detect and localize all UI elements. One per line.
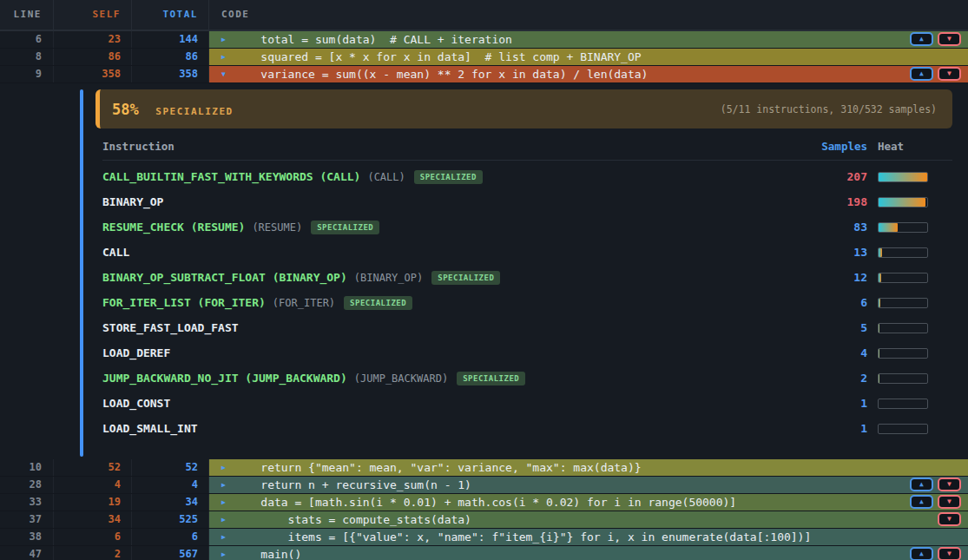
code-cell[interactable]: ▶ total = sum(data) # CALL + iteration ▲…	[209, 31, 968, 48]
instruction-base-opcode: (FOR_ITER)	[273, 297, 335, 309]
expand-arrow-icon[interactable]: ▶	[217, 494, 230, 511]
heat-bar-fill	[879, 299, 880, 307]
code-cell[interactable]: ▶ return {"mean": mean, "var": variance,…	[209, 459, 968, 476]
row-buttons: ▲ ▼	[910, 32, 961, 46]
expand-arrow-icon[interactable]: ▶	[217, 477, 230, 493]
down-arrow-icon: ▼	[947, 481, 952, 488]
instruction-name: JUMP_BACKWARD_NO_JIT (JUMP_BACKWARD)	[102, 372, 347, 385]
move-up-button[interactable]: ▲	[910, 495, 933, 509]
specialized-badge: SPECIALIZED	[457, 372, 525, 385]
self-samples: 2	[54, 546, 132, 560]
code-line: total = sum(data) # CALL + iteration	[234, 31, 512, 48]
instruction-name: LOAD_SMALL_INT	[102, 422, 198, 435]
code-row-6: 6 23 144 ▶ total = sum(data) # CALL + it…	[0, 31, 968, 49]
move-up-button[interactable]: ▲	[910, 67, 933, 81]
expand-arrow-icon[interactable]: ▶	[217, 511, 230, 528]
code-line: data = [math.sin(i * 0.01) + math.cos(i …	[234, 494, 736, 511]
self-samples: 358	[54, 66, 132, 82]
heat-bar	[878, 172, 928, 182]
instruction-samples: 13	[817, 246, 878, 259]
code-cell[interactable]: ▶ data = [math.sin(i * 0.01) + math.cos(…	[209, 494, 968, 511]
specialization-banner: 58% SPECIALIZED (5/11 instructions, 310/…	[95, 89, 952, 128]
column-header-heat: Heat	[878, 140, 952, 153]
instruction-row: BINARY_OP_SUBTRACT_FLOAT (BINARY_OP) (BI…	[102, 265, 952, 290]
column-header-instruction: Instruction	[102, 140, 817, 153]
instruction-samples: 4	[817, 346, 878, 359]
self-samples: 6	[54, 529, 132, 545]
move-down-button[interactable]: ▼	[938, 478, 961, 491]
instruction-row: LOAD_SMALL_INT 1	[102, 416, 952, 441]
expand-arrow-icon[interactable]: ▶	[217, 546, 230, 560]
expand-arrow-icon[interactable]: ▶	[217, 529, 230, 545]
down-arrow-icon: ▼	[947, 36, 952, 43]
heat-bar	[878, 348, 928, 359]
instruction-name: CALL	[102, 246, 129, 259]
total-samples: 4	[132, 477, 209, 493]
heat-bar-fill	[879, 223, 898, 232]
instruction-name: STORE_FAST_LOAD_FAST	[102, 321, 239, 334]
banner-left: 58% SPECIALIZED	[112, 101, 234, 118]
column-header-samples: Samples	[817, 140, 878, 153]
code-row-10: 10 52 52 ▶ return {"mean": mean, "var": …	[0, 459, 968, 477]
self-samples: 52	[54, 459, 132, 476]
code-cell[interactable]: ▶ items = [{"value": x, "name": f"item_{…	[209, 529, 968, 545]
move-down-button[interactable]: ▼	[938, 32, 961, 46]
specialized-percent: 58%	[112, 101, 139, 118]
instruction-name: LOAD_CONST	[102, 397, 170, 410]
instruction-samples: 12	[817, 271, 878, 284]
total-samples: 52	[132, 459, 209, 476]
total-samples: 525	[132, 511, 209, 528]
total-samples: 6	[132, 529, 209, 545]
instruction-samples: 2	[817, 372, 878, 385]
expand-arrow-icon[interactable]: ▶	[217, 459, 230, 476]
move-up-button[interactable]: ▲	[910, 32, 933, 46]
code-cell[interactable]: ▼ variance = sum((x - mean) ** 2 for x i…	[209, 66, 968, 82]
heat-bar	[878, 247, 928, 258]
instruction-row: RESUME_CHECK (RESUME) (RESUME) SPECIALIZ…	[102, 214, 952, 240]
line-number: 38	[0, 529, 54, 545]
line-number: 33	[0, 494, 54, 511]
heat-bar	[878, 298, 928, 308]
total-samples: 86	[132, 49, 209, 65]
heat-bar	[878, 197, 928, 208]
instruction-samples: 207	[817, 170, 878, 183]
line-number: 47	[0, 546, 54, 560]
instruction-table-header: Instruction Samples Heat	[102, 128, 952, 161]
instruction-name: CALL_BUILTIN_FAST_WITH_KEYWORDS (CALL)	[102, 170, 360, 183]
specialized-badge: SPECIALIZED	[431, 271, 500, 285]
collapse-arrow-icon[interactable]: ▼	[217, 66, 230, 82]
bottom-rows: 10 52 52 ▶ return {"mean": mean, "var": …	[0, 459, 968, 560]
move-up-button[interactable]: ▲	[910, 478, 933, 491]
code-row-8: 8 86 86 ▶ squared = [x * x for x in data…	[0, 49, 968, 66]
code-row-47: 47 2 567 ▶ main() ▲ ▼	[0, 546, 968, 560]
code-line: stats = compute_stats(data)	[234, 511, 471, 528]
heat-bar-fill	[879, 173, 927, 181]
expand-arrow-icon[interactable]: ▶	[217, 49, 230, 65]
code-cell[interactable]: ▶ squared = [x * x for x in data] # list…	[209, 49, 968, 65]
self-samples: 4	[54, 477, 132, 493]
instruction-name: RESUME_CHECK (RESUME)	[102, 221, 245, 234]
up-arrow-icon: ▲	[919, 36, 924, 43]
instruction-row: LOAD_DEREF 4	[102, 340, 952, 366]
code-cell[interactable]: ▶ main() ▲ ▼	[209, 546, 968, 560]
code-cell[interactable]: ▶ return n + recursive_sum(n - 1) ▲ ▼	[209, 477, 968, 493]
move-up-button[interactable]: ▲	[910, 547, 933, 560]
code-row-33: 33 19 34 ▶ data = [math.sin(i * 0.01) + …	[0, 494, 968, 511]
move-down-button[interactable]: ▼	[938, 495, 961, 509]
table-header: LINE SELF TOTAL CODE	[0, 0, 968, 31]
code-line: items = [{"value": x, "name": f"item_{i}…	[234, 529, 811, 545]
code-line: return n + recursive_sum(n - 1)	[234, 477, 471, 493]
expand-arrow-icon[interactable]: ▶	[217, 31, 230, 48]
code-cell[interactable]: ▶ stats = compute_stats(data) ▼	[209, 511, 968, 528]
move-down-button[interactable]: ▼	[938, 547, 961, 560]
self-samples: 19	[54, 494, 132, 511]
instruction-row: CALL_BUILTIN_FAST_WITH_KEYWORDS (CALL) (…	[102, 164, 952, 189]
specialized-badge: SPECIALIZED	[414, 170, 483, 184]
move-down-button[interactable]: ▼	[938, 67, 961, 81]
code-line: main()	[234, 546, 301, 560]
move-down-button[interactable]: ▼	[938, 512, 961, 526]
instruction-row: BINARY_OP 198	[102, 189, 952, 214]
up-arrow-icon: ▲	[919, 550, 924, 557]
instruction-row: FOR_ITER_LIST (FOR_ITER) (FOR_ITER) SPEC…	[102, 290, 952, 315]
code-row-28: 28 4 4 ▶ return n + recursive_sum(n - 1)…	[0, 477, 968, 494]
